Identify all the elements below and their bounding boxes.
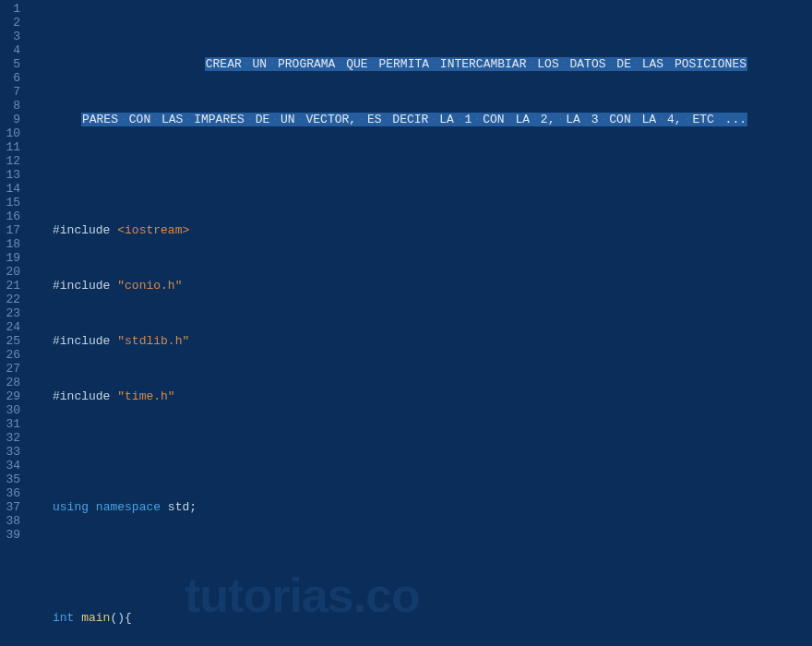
- line-number: 29: [4, 389, 20, 403]
- line-number: 21: [4, 279, 20, 293]
- include-header: "stdlib.h": [117, 334, 189, 348]
- preproc-include: #include: [53, 279, 110, 293]
- line-number: 26: [4, 348, 20, 362]
- line-number: 27: [4, 362, 20, 376]
- line-number: 23: [4, 306, 20, 320]
- line-number-gutter: 1234567891011121314151617181920212223242…: [0, 0, 28, 646]
- line-number: 24: [4, 320, 20, 334]
- preproc-include: #include: [53, 223, 110, 237]
- kw-namespace: namespace: [96, 500, 161, 514]
- fn-main: main: [81, 611, 110, 625]
- line-number: 3: [4, 30, 20, 43]
- line-number: 8: [4, 99, 20, 113]
- line-number: 22: [4, 293, 20, 306]
- line-number: 13: [4, 168, 20, 182]
- include-header: <iostream>: [117, 223, 189, 237]
- line-number: 19: [4, 251, 20, 265]
- line-number: 37: [4, 500, 20, 514]
- line-number: 18: [4, 237, 20, 251]
- line-number: 11: [4, 140, 20, 154]
- line-number: 1: [4, 2, 20, 16]
- line-number: 39: [4, 528, 20, 542]
- line-number: 14: [4, 182, 20, 196]
- id-std: std: [168, 500, 189, 514]
- line-number: 35: [4, 473, 20, 486]
- line-number: 36: [4, 486, 20, 500]
- line-number: 31: [4, 417, 20, 431]
- line-number: 7: [4, 85, 20, 99]
- code-editor[interactable]: 1234567891011121314151617181920212223242…: [0, 0, 812, 646]
- line-number: 2: [4, 16, 20, 30]
- line-number: 16: [4, 209, 20, 223]
- line-number: 33: [4, 445, 20, 459]
- kw-int: int: [53, 611, 74, 625]
- line-number: 6: [4, 71, 20, 85]
- kw-using: using: [53, 500, 89, 514]
- line-number: 32: [4, 431, 20, 445]
- code-area[interactable]: CREAR·UN·PROGRAMA·QUE·PERMITA·INTERCAMBI…: [28, 0, 812, 646]
- comment-line-1: CREAR·UN·PROGRAMA·QUE·PERMITA·INTERCAMBI…: [205, 57, 747, 71]
- comment-line-2: PARES·CON·LAS·IMPARES·DE·UN·VECTOR,·ES·D…: [81, 113, 747, 126]
- line-number: 4: [4, 43, 20, 57]
- line-number: 15: [4, 196, 20, 209]
- preproc-include: #include: [53, 389, 110, 403]
- preproc-include: #include: [53, 334, 110, 348]
- include-header: "time.h": [117, 389, 174, 403]
- line-number: 5: [4, 57, 20, 71]
- line-number: 28: [4, 376, 20, 389]
- line-number: 12: [4, 154, 20, 168]
- include-header: "conio.h": [117, 279, 182, 293]
- line-number: 20: [4, 265, 20, 279]
- line-number: 34: [4, 459, 20, 473]
- line-number: 9: [4, 113, 20, 126]
- line-number: 38: [4, 514, 20, 528]
- line-number: 25: [4, 334, 20, 348]
- line-number: 17: [4, 223, 20, 237]
- line-number: 30: [4, 403, 20, 417]
- line-number: 10: [4, 126, 20, 140]
